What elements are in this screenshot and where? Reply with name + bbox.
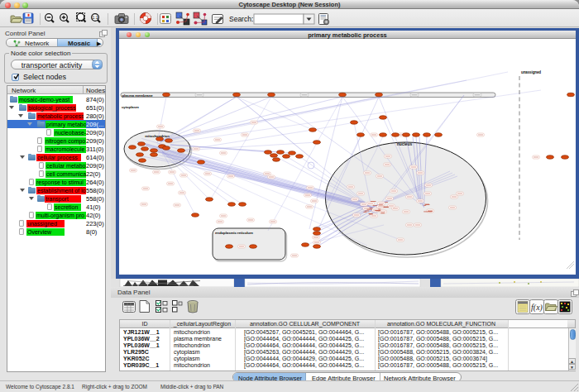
svg-text:1:1: 1:1 xyxy=(93,15,98,20)
svg-text:f(x): f(x) xyxy=(531,303,543,313)
svg-text:Search:: Search: xyxy=(229,15,253,23)
svg-text:unassigned: unassigned xyxy=(521,70,541,74)
svg-text:plasma membrane: plasma membrane xyxy=(122,93,154,98)
svg-text:mitochondrion: mitochondrion xyxy=(145,134,170,138)
svg-text:endoplasmic reticulum: endoplasmic reticulum xyxy=(215,231,253,235)
svg-text:nucleus: nucleus xyxy=(397,142,413,146)
svg-text:cytoplasm: cytoplasm xyxy=(122,105,139,109)
